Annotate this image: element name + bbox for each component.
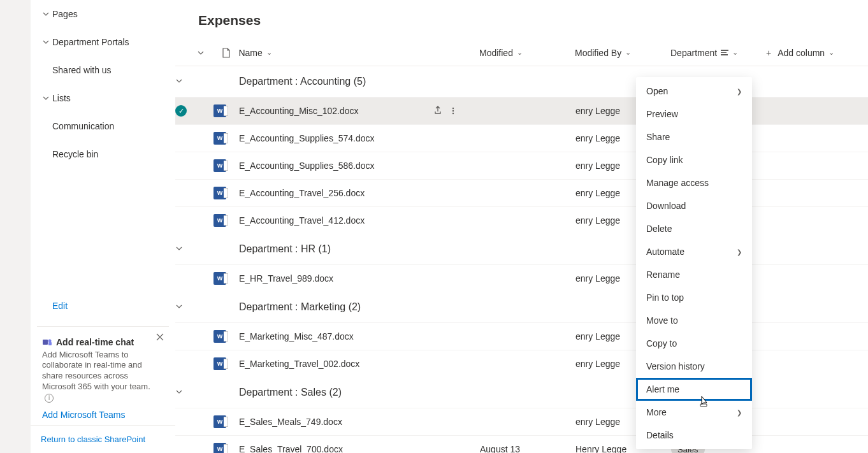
file-row[interactable]: ✓WE_Accounting_Misc_102.docxenry LeggeAc… [175, 97, 868, 124]
sidebar-item-department-portals[interactable]: Department Portals [31, 28, 175, 56]
file-name[interactable]: E_HR_Travel_989.docx [239, 273, 430, 284]
word-doc-icon: W [213, 159, 226, 172]
share-icon[interactable] [430, 105, 445, 115]
file-list: Department : Accounting (5)✓WE_Accountin… [175, 66, 868, 453]
svg-point-4 [452, 110, 454, 111]
sidebar-item-pages[interactable]: Pages [31, 0, 175, 28]
selected-check-icon[interactable]: ✓ [175, 105, 187, 117]
ctx-manage-access[interactable]: Manage access [636, 171, 752, 194]
file-name[interactable]: E_Marketing_Travel_002.docx [239, 359, 430, 369]
file-name[interactable]: E_Sales_Meals_749.docx [239, 417, 430, 427]
word-doc-icon: W [213, 132, 226, 145]
ctx-share[interactable]: Share [636, 126, 752, 148]
file-name[interactable]: E_Sales_Travel_700.docx [239, 444, 430, 453]
word-doc-icon: W [213, 187, 226, 199]
word-doc-icon: W [213, 272, 226, 285]
svg-point-1 [48, 339, 52, 342]
file-row[interactable]: WE_Sales_Travel_700.docxAugust 13Henry L… [175, 435, 868, 453]
context-menu: Open❯PreviewShareCopy linkManage accessD… [636, 77, 752, 449]
column-format-icon [721, 50, 728, 55]
ctx-details[interactable]: Details [636, 424, 752, 447]
word-doc-icon: W [213, 104, 226, 117]
expand-all-icon[interactable] [175, 49, 213, 57]
plus-icon: + [766, 48, 771, 58]
file-name[interactable]: E_Accounting_Supplies_586.docx [239, 161, 430, 171]
edit-link[interactable]: Edit [31, 292, 175, 320]
ctx-copy-link[interactable]: Copy link [636, 148, 752, 171]
group-header[interactable]: Department : Sales (2) [175, 377, 868, 408]
add-column-button[interactable]: + Add column ⌄ [766, 48, 868, 58]
file-name[interactable]: E_Marketing_Misc_487.docx [239, 331, 430, 342]
file-name[interactable]: E_Accounting_Travel_412.docx [239, 215, 430, 226]
ctx-automate[interactable]: Automate❯ [636, 240, 752, 263]
svg-point-3 [452, 107, 454, 108]
close-icon[interactable] [155, 332, 165, 342]
group-header[interactable]: Department : Marketing (2) [175, 292, 868, 322]
file-type-column-icon[interactable] [213, 48, 239, 58]
word-doc-icon: W [213, 330, 226, 343]
ctx-more[interactable]: More❯ [636, 401, 752, 424]
teams-icon [42, 337, 52, 347]
ctx-alert-me[interactable]: Alert me [636, 378, 752, 401]
file-row[interactable]: WE_Accounting_Supplies_574.docxenry Legg… [175, 124, 868, 152]
chevron-down-icon [40, 38, 52, 46]
column-header-row: Name ⌄ Modified ⌄ Modified By ⌄ Departme… [175, 40, 868, 66]
chevron-down-icon [40, 10, 52, 18]
ctx-pin-to-top[interactable]: Pin to top [636, 286, 752, 309]
info-icon[interactable]: i [45, 394, 54, 403]
ctx-rename[interactable]: Rename [636, 263, 752, 286]
file-row[interactable]: WE_Accounting_Travel_256.docxenry LeggeA… [175, 179, 868, 206]
promo-title: Add real-time chat [56, 337, 134, 347]
main: Expenses Name ⌄ Modified ⌄ Modified By ⌄ [175, 0, 868, 453]
nav: PagesDepartment PortalsShared with usLis… [31, 0, 175, 292]
sidebar-item-shared-with-us[interactable]: Shared with us [31, 56, 175, 84]
chevron-right-icon: ❯ [737, 88, 742, 95]
file-row[interactable]: WE_Accounting_Supplies_586.docxenry Legg… [175, 152, 868, 179]
sidebar: PagesDepartment PortalsShared with usLis… [0, 0, 175, 453]
teams-promo: Add real-time chat Add Microsoft Teams t… [37, 326, 169, 425]
word-doc-icon: W [213, 443, 226, 453]
classic-link[interactable]: Return to classic SharePoint [31, 425, 175, 453]
ctx-open[interactable]: Open❯ [636, 80, 752, 103]
ctx-move-to[interactable]: Move to [636, 309, 752, 332]
file-row[interactable]: WE_Sales_Meals_749.docxenry LeggeSales [175, 408, 868, 435]
file-name[interactable]: E_Accounting_Misc_102.docx [239, 106, 430, 116]
word-doc-icon: W [213, 214, 226, 227]
chevron-down-icon: ⌄ [732, 48, 738, 57]
sidebar-item-recycle-bin[interactable]: Recycle bin [31, 140, 175, 168]
col-modified-by[interactable]: Modified By ⌄ [575, 48, 670, 58]
ctx-preview[interactable]: Preview [636, 103, 752, 126]
col-name[interactable]: Name ⌄ [238, 48, 430, 58]
file-row[interactable]: WE_Marketing_Travel_002.docxenry LeggeMa… [175, 350, 868, 377]
chevron-down-icon: ⌄ [517, 48, 523, 57]
sidebar-item-lists[interactable]: Lists [31, 84, 175, 112]
chevron-down-icon [40, 94, 52, 102]
svg-point-5 [452, 112, 454, 113]
modified-cell: August 13 [480, 444, 575, 453]
word-doc-icon: W [213, 415, 226, 428]
ctx-delete[interactable]: Delete [636, 217, 752, 240]
add-teams-link[interactable]: Add Microsoft Teams [42, 410, 125, 420]
chevron-down-icon: ⌄ [828, 48, 834, 57]
col-modified[interactable]: Modified ⌄ [479, 48, 575, 58]
page-title: Expenses [175, 8, 868, 40]
ctx-download[interactable]: Download [636, 194, 752, 217]
svg-rect-0 [43, 340, 48, 345]
file-row[interactable]: WE_Marketing_Misc_487.docxenry LeggeMark… [175, 322, 868, 350]
file-name[interactable]: E_Accounting_Supplies_574.docx [239, 133, 430, 143]
col-department[interactable]: Department ⌄ [670, 48, 766, 58]
file-name[interactable]: E_Accounting_Travel_256.docx [239, 188, 430, 198]
more-icon[interactable] [445, 106, 461, 115]
file-row[interactable]: WE_Accounting_Travel_412.docxenry LeggeA… [175, 206, 868, 234]
sidebar-item-communication[interactable]: Communication [31, 112, 175, 140]
chevron-right-icon: ❯ [737, 248, 742, 255]
chevron-down-icon: ⌄ [266, 48, 272, 57]
ctx-copy-to[interactable]: Copy to [636, 332, 752, 355]
group-header[interactable]: Department : HR (1) [175, 234, 868, 264]
promo-body: Add Microsoft Teams to collaborate in re… [42, 350, 150, 392]
word-doc-icon: W [213, 357, 226, 370]
ctx-version-history[interactable]: Version history [636, 355, 752, 378]
file-row[interactable]: WE_HR_Travel_989.docxenry LeggeHR [175, 264, 868, 292]
chevron-right-icon: ❯ [737, 409, 742, 416]
group-header[interactable]: Department : Accounting (5) [175, 66, 868, 97]
